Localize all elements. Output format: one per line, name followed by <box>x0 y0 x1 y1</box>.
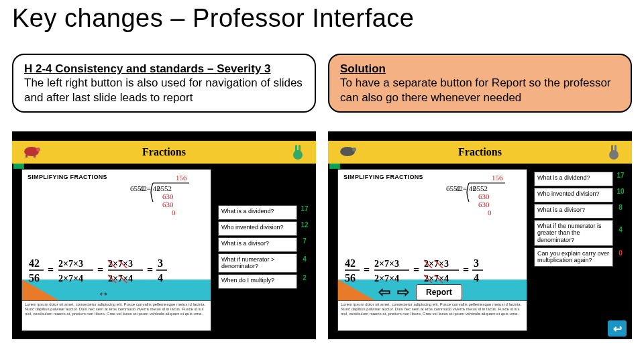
svg-point-26 <box>352 147 356 152</box>
next-slide-button[interactable]: ⇨ <box>397 284 409 301</box>
question-row[interactable]: Who invented division?12✕ <box>218 221 312 236</box>
question-text: Can you explain carry over multiplicatio… <box>534 247 613 267</box>
question-text: What is a divisor? <box>534 204 613 219</box>
question-meta: 4✕ <box>297 253 312 273</box>
problem-body: The left right button is also used for n… <box>24 76 303 103</box>
svg-text:=: = <box>413 264 419 276</box>
close-icon[interactable]: ✕ <box>302 213 308 220</box>
close-icon[interactable]: ✕ <box>618 179 624 186</box>
question-text: What is a dividend? <box>534 172 613 186</box>
svg-text:=: = <box>97 264 103 276</box>
question-meta: 7✕ <box>297 237 312 252</box>
svg-text:630: 630 <box>162 192 174 200</box>
svg-rect-5 <box>295 145 297 152</box>
question-row[interactable]: What is a dividend?17✕ <box>534 172 628 186</box>
question-row[interactable]: Who invented division?10✕ <box>534 188 628 202</box>
svg-text:630: 630 <box>478 200 490 208</box>
svg-text:2×7×4: 2×7×4 <box>374 274 399 284</box>
svg-rect-6 <box>299 145 301 152</box>
rabbit-icon <box>289 143 307 161</box>
question-meta: 4✕ <box>613 220 628 246</box>
svg-text:0: 0 <box>172 208 176 217</box>
content-board: SIMPLIFYING FRACTIONS 156 6552 42 630 63… <box>21 169 211 331</box>
turtle-icon <box>21 143 42 158</box>
app-header: Fractions <box>12 141 316 164</box>
svg-text:4: 4 <box>158 272 163 284</box>
svg-rect-29 <box>614 145 616 152</box>
question-text: Who invented division? <box>534 188 613 202</box>
svg-text:=: = <box>463 264 469 276</box>
svg-text:=: = <box>48 264 54 276</box>
solution-body: To have a separate button for Report so … <box>340 76 611 103</box>
close-icon[interactable]: ✕ <box>302 229 308 236</box>
question-meta: 12✕ <box>297 221 312 236</box>
content-board: SIMPLIFYING FRACTIONS 156 6552 42 630 63… <box>337 169 527 331</box>
svg-rect-3 <box>34 155 36 158</box>
long-division-panel: 156 6552 42 630 630 0 6552 = 42 <box>125 172 204 221</box>
close-icon[interactable]: ✕ <box>302 282 308 289</box>
question-meta: 17✕ <box>297 205 312 220</box>
svg-text:2×7×3: 2×7×3 <box>374 259 399 269</box>
fraction-equation: 4256 = 2×7×32×7×4 = 2×7×32×7×4 = 34 <box>345 256 526 288</box>
svg-text:156: 156 <box>176 174 187 182</box>
question-row[interactable]: What if numerator > denominator?4✕ <box>218 253 312 273</box>
close-icon[interactable]: ✕ <box>618 233 624 241</box>
question-row[interactable]: What is a dividend?17✕ <box>218 205 312 220</box>
question-row[interactable]: What is a divisor?8✕ <box>534 204 628 219</box>
solution-heading: Solution <box>340 62 386 75</box>
question-row[interactable]: Can you explain carry over multiplicatio… <box>534 247 628 267</box>
question-row[interactable]: What is a divisor?7✕ <box>218 237 312 252</box>
svg-text:2×7×4: 2×7×4 <box>58 274 83 284</box>
prev-slide-button[interactable]: ⇦ <box>378 284 390 301</box>
svg-text:42: 42 <box>29 257 40 269</box>
svg-text:42: 42 <box>345 257 356 269</box>
svg-text:630: 630 <box>162 200 174 208</box>
question-text: Who invented division? <box>218 221 297 236</box>
svg-text:6552 = 42: 6552 = 42 <box>446 184 476 192</box>
question-text: When do I multiply? <box>218 274 297 289</box>
svg-text:=: = <box>364 264 370 276</box>
question-list: What is a dividend?17✕Who invented divis… <box>534 172 628 267</box>
page-title: Key changes – Professor Interface <box>12 4 415 33</box>
app-header: Fractions <box>328 141 632 164</box>
back-icon[interactable]: ↩ <box>608 320 627 337</box>
notes-text: Lorem ipsum dolor sit amet, consectetur … <box>22 300 211 330</box>
svg-point-4 <box>293 150 303 160</box>
screenshot-row: Fractions SIMPLIFYING FRACTIONS 156 6552… <box>12 131 632 339</box>
solution-callout: Solution To have a separate button for R… <box>328 54 632 113</box>
screenshot-after: Fractions SIMPLIFYING FRACTIONS 156 6552… <box>328 131 632 339</box>
problem-heading: H 2-4 Consistency and standards – Severi… <box>24 62 271 75</box>
svg-text:630: 630 <box>478 192 490 200</box>
svg-text:=: = <box>147 264 153 276</box>
question-meta: 0✕ <box>613 247 628 267</box>
close-icon[interactable]: ✕ <box>302 245 308 252</box>
notes-text: Lorem ipsum dolor sit amet, consectetur … <box>338 300 527 330</box>
screenshot-before: Fractions SIMPLIFYING FRACTIONS 156 6552… <box>12 131 316 339</box>
report-button[interactable]: Report <box>416 284 462 300</box>
problem-callout: H 2-4 Consistency and standards – Severi… <box>12 54 316 113</box>
callout-row: H 2-4 Consistency and standards – Severi… <box>12 54 632 113</box>
rabbit-icon <box>605 143 623 161</box>
question-row[interactable]: When do I multiply?2✕ <box>218 274 312 289</box>
svg-point-1 <box>36 147 40 152</box>
long-division-panel: 156 6552 42 630 630 0 6552 = 42 <box>441 172 520 221</box>
board-subheading: SIMPLIFYING FRACTIONS <box>343 174 423 180</box>
question-meta: 17✕ <box>613 172 628 186</box>
question-meta: 10✕ <box>613 188 628 202</box>
question-row[interactable]: What if the numerator is greater than th… <box>534 220 628 246</box>
svg-rect-2 <box>25 155 28 158</box>
svg-text:3: 3 <box>158 257 163 269</box>
close-icon[interactable]: ✕ <box>618 195 624 202</box>
close-icon[interactable]: ✕ <box>618 257 624 264</box>
nav-controls: ⇦ ⇨ Report <box>378 284 462 301</box>
svg-text:56: 56 <box>29 272 40 284</box>
app-title: Fractions <box>142 146 186 158</box>
svg-text:56: 56 <box>345 272 356 284</box>
svg-text:0: 0 <box>488 208 492 217</box>
close-icon[interactable]: ✕ <box>618 211 624 219</box>
svg-text:6552 = 42: 6552 = 42 <box>130 184 160 192</box>
slide-nav-arrows[interactable]: ↔ <box>97 287 111 301</box>
turtle-icon <box>337 143 358 158</box>
close-icon[interactable]: ✕ <box>302 263 308 270</box>
question-count: 4 <box>619 226 623 233</box>
